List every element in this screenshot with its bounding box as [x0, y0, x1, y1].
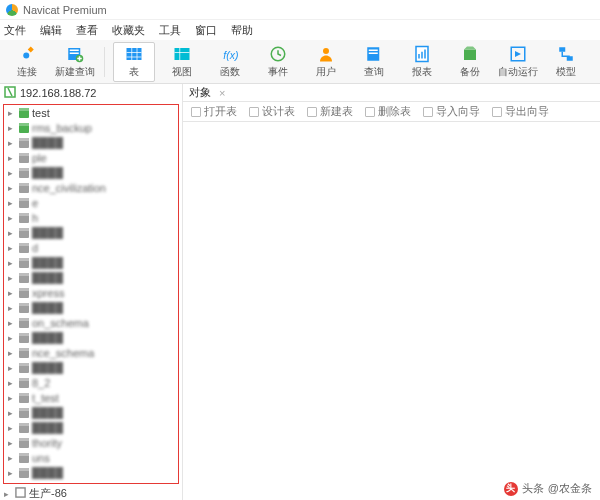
svg-rect-16	[464, 50, 476, 61]
objbar-label: 打开表	[204, 104, 237, 119]
database-node[interactable]: ▸uns	[4, 450, 178, 465]
database-label: on_schema	[32, 317, 89, 329]
database-node[interactable]: ▸████	[4, 405, 178, 420]
toolbar-label: 自动运行	[498, 65, 538, 79]
toolbar-function[interactable]: f(x)函数	[209, 42, 251, 82]
database-node[interactable]: ▸thority	[4, 435, 178, 450]
connection-icon	[4, 86, 16, 100]
menu-1[interactable]: 编辑	[40, 23, 62, 38]
extra-connection-node[interactable]: ▸ 生产-86	[0, 486, 182, 500]
menu-5[interactable]: 窗口	[195, 23, 217, 38]
database-node[interactable]: ▸████	[4, 465, 178, 480]
menu-4[interactable]: 工具	[159, 23, 181, 38]
database-node[interactable]: ▸xpress	[4, 285, 178, 300]
toolbar-label: 事件	[268, 65, 288, 79]
database-icon	[19, 438, 29, 448]
database-node[interactable]: ▸h	[4, 210, 178, 225]
objbar-1[interactable]: 设计表	[249, 104, 295, 119]
query-icon	[364, 44, 384, 64]
objbar-3[interactable]: 删除表	[365, 104, 411, 119]
expand-icon: ▸	[8, 168, 16, 178]
toolbar-report[interactable]: 报表	[401, 42, 443, 82]
toolbar-backup[interactable]: 备份	[449, 42, 491, 82]
database-node[interactable]: ▸████	[4, 165, 178, 180]
tab-strip: 对象 ×	[183, 84, 600, 102]
database-node[interactable]: ▸nce_civilization	[4, 180, 178, 195]
new-query-icon	[65, 44, 85, 64]
database-label: ████	[32, 422, 63, 434]
toolbar-label: 用户	[316, 65, 336, 79]
database-node[interactable]: ▸8_2	[4, 375, 178, 390]
database-label: t_test	[32, 392, 59, 404]
database-label: d	[32, 242, 38, 254]
toolbar-automation[interactable]: 自动运行	[497, 42, 539, 82]
database-icon	[19, 393, 29, 403]
database-node[interactable]: ▸████	[4, 255, 178, 270]
objbar-0[interactable]: 打开表	[191, 104, 237, 119]
svg-rect-1	[70, 50, 79, 52]
database-node[interactable]: ▸████	[4, 135, 178, 150]
object-list[interactable]	[183, 122, 600, 500]
expand-icon: ▸	[8, 348, 16, 358]
database-label: ████	[32, 257, 63, 269]
toolbar-user[interactable]: 用户	[305, 42, 347, 82]
user-icon	[316, 44, 336, 64]
objbar-icon	[492, 107, 502, 117]
database-node[interactable]: ▸rms_backup	[4, 120, 178, 135]
database-label: uns	[32, 452, 50, 464]
expand-icon: ▸	[8, 318, 16, 328]
toolbar-query[interactable]: 查询	[353, 42, 395, 82]
database-node[interactable]: ▸████	[4, 360, 178, 375]
toolbar-model[interactable]: 模型	[545, 42, 587, 82]
toolbar-label: 视图	[172, 65, 192, 79]
database-label: ████	[32, 302, 63, 314]
database-node[interactable]: ▸e	[4, 195, 178, 210]
database-node[interactable]: ▸████	[4, 270, 178, 285]
toolbar-event[interactable]: 事件	[257, 42, 299, 82]
automation-icon	[508, 44, 528, 64]
objbar-4[interactable]: 导入向导	[423, 104, 480, 119]
objbar-2[interactable]: 新建表	[307, 104, 353, 119]
expand-icon: ▸	[8, 453, 16, 463]
expand-icon: ▸	[8, 123, 16, 133]
database-node[interactable]: ▸████	[4, 300, 178, 315]
database-node[interactable]: ▸████	[4, 330, 178, 345]
report-icon	[412, 44, 432, 64]
database-icon	[19, 258, 29, 268]
database-icon	[19, 333, 29, 343]
database-icon	[19, 348, 29, 358]
database-node[interactable]: ▸████	[4, 225, 178, 240]
expand-icon: ▸	[8, 198, 16, 208]
connection-node[interactable]: 192.168.188.72	[0, 84, 182, 102]
database-label: xpress	[32, 287, 64, 299]
database-node[interactable]: ▸nce_schema	[4, 345, 178, 360]
expand-icon: ▸	[8, 378, 16, 388]
toolbar-label: 函数	[220, 65, 240, 79]
menu-0[interactable]: 文件	[4, 23, 26, 38]
expand-icon: ▸	[4, 489, 12, 499]
menu-2[interactable]: 查看	[76, 23, 98, 38]
tab-close-icon[interactable]: ×	[219, 87, 225, 99]
database-label: ████	[32, 407, 63, 419]
objbar-5[interactable]: 导出向导	[492, 104, 549, 119]
objbar-icon	[191, 107, 201, 117]
database-node[interactable]: ▸ple	[4, 150, 178, 165]
backup-icon	[460, 44, 480, 64]
watermark-label: 头条	[522, 481, 544, 496]
database-node[interactable]: ▸t_test	[4, 390, 178, 405]
toolbar-view[interactable]: 视图	[161, 42, 203, 82]
tab-objects[interactable]: 对象	[189, 85, 211, 100]
toolbar-new-query[interactable]: 新建查询	[54, 42, 96, 82]
database-node[interactable]: ▸d	[4, 240, 178, 255]
toolbar-table[interactable]: 表	[113, 42, 155, 82]
database-node[interactable]: ▸test	[4, 105, 178, 120]
database-label: thority	[32, 437, 62, 449]
expand-icon: ▸	[8, 438, 16, 448]
menu-6[interactable]: 帮助	[231, 23, 253, 38]
database-node[interactable]: ▸on_schema	[4, 315, 178, 330]
toolbar-connect[interactable]: 连接	[6, 42, 48, 82]
database-icon	[19, 468, 29, 478]
expand-icon: ▸	[8, 243, 16, 253]
menu-3[interactable]: 收藏夹	[112, 23, 145, 38]
database-node[interactable]: ▸████	[4, 420, 178, 435]
